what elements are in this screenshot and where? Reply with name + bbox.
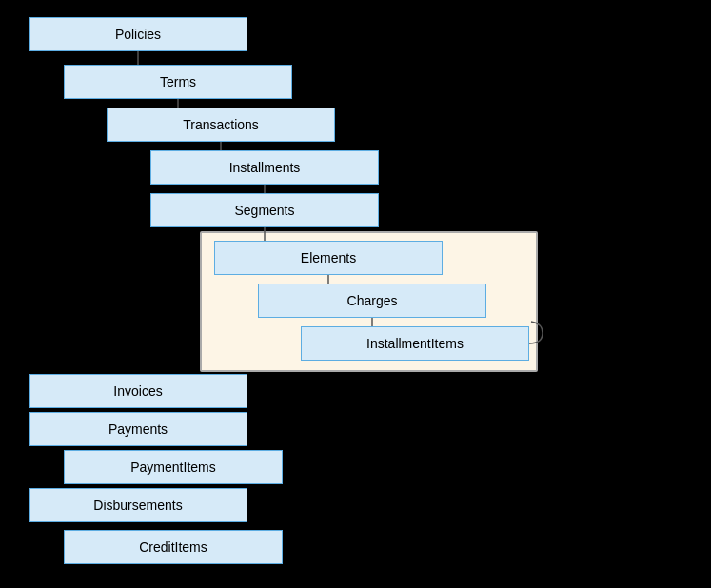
node-label-transactions: Transactions xyxy=(183,117,259,132)
node-payments[interactable]: Payments xyxy=(29,412,247,446)
node-terms[interactable]: Terms xyxy=(64,65,292,99)
node-label-installmentitems: InstallmentItems xyxy=(366,336,464,351)
node-label-installments: Installments xyxy=(229,160,301,175)
node-label-terms: Terms xyxy=(160,74,196,89)
node-paymentitems[interactable]: PaymentItems xyxy=(64,450,283,484)
node-label-elements: Elements xyxy=(301,250,356,265)
node-policies[interactable]: Policies xyxy=(29,17,247,51)
node-label-credititems: CreditItems xyxy=(139,539,207,555)
diagram-container: PoliciesTermsTransactionsInstallmentsSeg… xyxy=(0,0,711,588)
node-invoices[interactable]: Invoices xyxy=(29,374,247,408)
node-credititems[interactable]: CreditItems xyxy=(64,530,283,564)
node-segments[interactable]: Segments xyxy=(150,193,379,227)
node-disbursements[interactable]: Disbursements xyxy=(29,488,247,522)
node-transactions[interactable]: Transactions xyxy=(107,108,335,142)
node-label-segments: Segments xyxy=(234,203,294,218)
node-label-charges: Charges xyxy=(347,293,398,308)
node-charges[interactable]: Charges xyxy=(258,284,486,318)
node-installmentitems[interactable]: InstallmentItems xyxy=(301,326,529,361)
node-label-policies: Policies xyxy=(115,27,161,42)
node-elements[interactable]: Elements xyxy=(214,241,443,275)
node-label-disbursements: Disbursements xyxy=(93,498,182,513)
node-label-invoices: Invoices xyxy=(113,383,162,399)
node-installments[interactable]: Installments xyxy=(150,150,379,185)
node-label-paymentitems: PaymentItems xyxy=(130,460,215,475)
node-label-payments: Payments xyxy=(109,421,168,437)
